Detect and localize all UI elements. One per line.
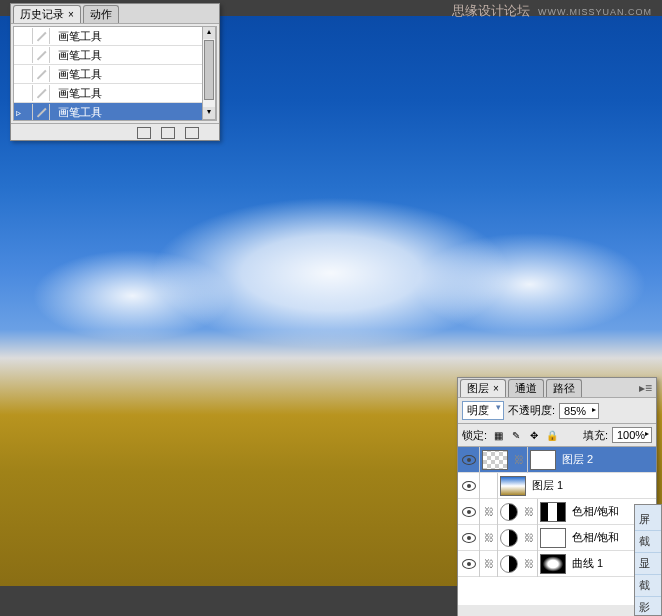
history-label: 画笔工具: [52, 105, 102, 120]
link-cell[interactable]: ⛓: [480, 499, 498, 525]
new-snapshot-icon[interactable]: [137, 127, 151, 139]
lock-all-icon[interactable]: 🔒: [545, 428, 559, 442]
eye-icon[interactable]: [462, 481, 476, 491]
history-label: 画笔工具: [52, 29, 102, 44]
brush-icon: [34, 29, 48, 43]
layer-thumb[interactable]: [482, 450, 508, 470]
eye-icon[interactable]: [462, 559, 476, 569]
history-label: 画笔工具: [52, 67, 102, 82]
menu-item[interactable]: 影: [635, 597, 661, 616]
history-item[interactable]: 画笔工具: [14, 27, 216, 46]
scroll-down-icon[interactable]: ▾: [203, 107, 215, 119]
mask-link-icon[interactable]: ⛓: [520, 551, 538, 577]
history-item[interactable]: 画笔工具: [14, 84, 216, 103]
panel-menu-icon[interactable]: ▸≡: [639, 381, 652, 395]
history-item[interactable]: 画笔工具: [14, 65, 216, 84]
tab-history-label: 历史记录: [20, 7, 64, 22]
adjustment-icon[interactable]: [500, 529, 518, 547]
adjustment-icon[interactable]: [500, 503, 518, 521]
watermark: 思缘设计论坛 WWW.MISSYUAN.COM: [452, 2, 652, 20]
opacity-input[interactable]: 85%: [559, 403, 599, 419]
blend-mode-dropdown[interactable]: 明度: [462, 401, 504, 420]
lock-fill-row: 锁定: ▦ ✎ ✥ 🔒 填充: 100%: [458, 424, 656, 447]
fill-label: 填充:: [583, 428, 608, 443]
eye-icon[interactable]: [462, 507, 476, 517]
layer-row[interactable]: ⛓ ⛓ 色相/饱和: [458, 525, 656, 551]
history-marker: [16, 105, 30, 119]
tab-channels[interactable]: 通道: [508, 379, 544, 397]
layers-panel: — ✕ 图层 × 通道 路径 ▸≡ 明度 不透明度: 85% 锁定: ▦ ✎ ✥…: [457, 377, 657, 616]
tab-close-icon[interactable]: ×: [493, 383, 499, 394]
lock-pixels-icon[interactable]: ✎: [509, 428, 523, 442]
history-panel: — ✕ 历史记录 × 动作 画笔工具 画笔工具 画笔工具 画笔: [10, 3, 220, 141]
history-footer: [11, 123, 219, 141]
visibility-cell[interactable]: [458, 447, 480, 473]
layer-row[interactable]: ⛓ ⛓ 曲线 1: [458, 551, 656, 577]
fill-input[interactable]: 100%: [612, 427, 652, 443]
mask-thumb[interactable]: [540, 528, 566, 548]
tab-close-icon[interactable]: ×: [68, 9, 74, 20]
link-cell[interactable]: ⛓: [480, 525, 498, 551]
history-icon-box: [32, 66, 50, 82]
mask-link-icon[interactable]: ⛓: [510, 447, 528, 473]
visibility-cell[interactable]: [458, 499, 480, 525]
visibility-cell[interactable]: [458, 473, 480, 499]
history-item[interactable]: 画笔工具: [14, 46, 216, 65]
layer-name: 色相/饱和: [568, 530, 619, 545]
visibility-cell[interactable]: [458, 551, 480, 577]
link-cell[interactable]: ⛓: [480, 551, 498, 577]
scrollbar[interactable]: ▴ ▾: [202, 26, 216, 120]
layer-name: 图层 2: [558, 452, 593, 467]
layer-name: 色相/饱和: [568, 504, 619, 519]
lock-position-icon[interactable]: ✥: [527, 428, 541, 442]
history-label: 画笔工具: [52, 86, 102, 101]
mask-link-icon[interactable]: ⛓: [520, 525, 538, 551]
history-icon-box: [32, 104, 50, 120]
scroll-up-icon[interactable]: ▴: [203, 27, 215, 39]
layers-list: ⛓ 图层 2 图层 1 ⛓ ⛓ 色相/饱和 ⛓ ⛓ 色相/饱和: [458, 447, 656, 605]
layer-thumb[interactable]: [500, 476, 526, 496]
link-cell: [480, 473, 498, 499]
tab-paths-label: 路径: [553, 381, 575, 396]
menu-item[interactable]: 截: [635, 531, 661, 553]
tab-layers[interactable]: 图层 ×: [460, 379, 506, 397]
brush-icon: [34, 105, 48, 119]
history-item[interactable]: 画笔工具: [14, 103, 216, 121]
delete-icon[interactable]: [185, 127, 199, 139]
history-icon-box: [32, 47, 50, 63]
brush-icon: [34, 67, 48, 81]
blend-opacity-row: 明度 不透明度: 85%: [458, 398, 656, 424]
lock-label: 锁定:: [462, 428, 487, 443]
menu-item[interactable]: 截: [635, 575, 661, 597]
mask-thumb[interactable]: [540, 554, 566, 574]
tab-layers-label: 图层: [467, 381, 489, 396]
tab-paths[interactable]: 路径: [546, 379, 582, 397]
tab-history[interactable]: 历史记录 ×: [13, 5, 81, 23]
adjustment-icon[interactable]: [500, 555, 518, 573]
history-tabs: 历史记录 × 动作: [11, 4, 219, 24]
eye-icon[interactable]: [462, 533, 476, 543]
layer-row[interactable]: 图层 1: [458, 473, 656, 499]
mask-thumb[interactable]: [530, 450, 556, 470]
mask-thumb[interactable]: [540, 502, 566, 522]
scroll-thumb[interactable]: [204, 40, 214, 100]
opacity-label: 不透明度:: [508, 403, 555, 418]
layers-tabs: 图层 × 通道 路径 ▸≡: [458, 378, 656, 398]
history-icon-box: [32, 85, 50, 101]
mask-link-icon[interactable]: ⛓: [520, 499, 538, 525]
brush-icon: [34, 86, 48, 100]
history-marker: [16, 86, 30, 100]
clouds: [0, 159, 662, 387]
eye-icon[interactable]: [462, 455, 476, 465]
layer-row[interactable]: ⛓ ⛓ 色相/饱和: [458, 499, 656, 525]
visibility-cell[interactable]: [458, 525, 480, 551]
menu-item[interactable]: 屏: [635, 509, 661, 531]
brush-icon: [34, 48, 48, 62]
tab-channels-label: 通道: [515, 381, 537, 396]
menu-item[interactable]: 显: [635, 553, 661, 575]
lock-transparency-icon[interactable]: ▦: [491, 428, 505, 442]
watermark-url: WWW.MISSYUAN.COM: [538, 7, 652, 17]
tab-actions[interactable]: 动作: [83, 5, 119, 23]
new-document-icon[interactable]: [161, 127, 175, 139]
layer-row[interactable]: ⛓ 图层 2: [458, 447, 656, 473]
